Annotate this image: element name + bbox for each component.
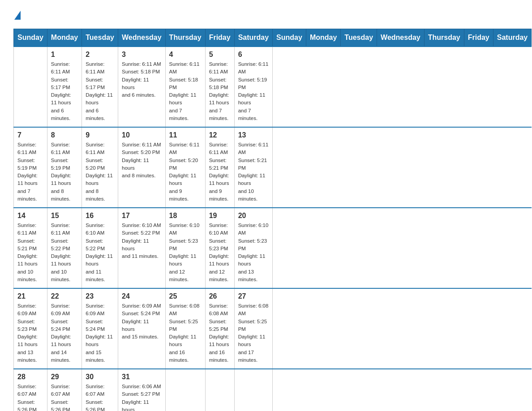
header-thursday: Thursday — [165, 29, 205, 47]
calendar-day-cell: 25Sunrise: 6:08 AM Sunset: 5:25 PM Dayli… — [165, 288, 205, 369]
day-number: 27 — [238, 292, 269, 300]
calendar-day-cell: 18Sunrise: 6:10 AM Sunset: 5:23 PM Dayli… — [165, 208, 205, 288]
day-number: 2 — [86, 51, 114, 59]
day-info: Sunrise: 6:11 AM Sunset: 5:17 PM Dayligh… — [86, 60, 114, 122]
calendar-day-cell: 31Sunrise: 6:06 AM Sunset: 5:27 PM Dayli… — [118, 369, 165, 411]
calendar-day-cell: 5Sunrise: 6:11 AM Sunset: 5:18 PM Daylig… — [205, 47, 234, 127]
day-info: Sunrise: 6:11 AM Sunset: 5:17 PM Dayligh… — [51, 60, 78, 122]
day-number: 7 — [17, 131, 43, 139]
col-header-friday: Friday — [464, 29, 493, 47]
day-info: Sunrise: 6:11 AM Sunset: 5:18 PM Dayligh… — [209, 60, 231, 122]
calendar-day-cell — [14, 47, 47, 127]
calendar-day-cell: 30Sunrise: 6:07 AM Sunset: 5:26 PM Dayli… — [82, 369, 118, 411]
day-info: Sunrise: 6:11 AM Sunset: 5:20 PM Dayligh… — [122, 141, 162, 180]
calendar-day-cell: 7Sunrise: 6:11 AM Sunset: 5:19 PM Daylig… — [14, 127, 47, 208]
day-info: Sunrise: 6:11 AM Sunset: 5:19 PM Dayligh… — [238, 60, 269, 122]
calendar-day-cell: 24Sunrise: 6:09 AM Sunset: 5:24 PM Dayli… — [118, 288, 165, 369]
calendar-week-row: 1Sunrise: 6:11 AM Sunset: 5:17 PM Daylig… — [14, 47, 532, 127]
day-info: Sunrise: 6:11 AM Sunset: 5:18 PM Dayligh… — [169, 60, 202, 122]
day-info: Sunrise: 6:08 AM Sunset: 5:25 PM Dayligh… — [238, 302, 269, 364]
calendar-day-cell — [165, 369, 205, 411]
day-info: Sunrise: 6:09 AM Sunset: 5:24 PM Dayligh… — [122, 302, 162, 341]
day-info: Sunrise: 6:10 AM Sunset: 5:23 PM Dayligh… — [169, 222, 202, 283]
day-number: 22 — [51, 292, 78, 300]
calendar-day-cell: 19Sunrise: 6:10 AM Sunset: 5:23 PM Dayli… — [205, 208, 234, 288]
calendar-day-cell: 2Sunrise: 6:11 AM Sunset: 5:17 PM Daylig… — [82, 47, 118, 127]
day-number: 25 — [169, 292, 202, 300]
calendar-day-cell — [205, 369, 234, 411]
calendar-day-cell: 10Sunrise: 6:11 AM Sunset: 5:20 PM Dayli… — [118, 127, 165, 208]
day-info: Sunrise: 6:08 AM Sunset: 5:25 PM Dayligh… — [169, 302, 202, 364]
day-number: 1 — [51, 51, 78, 59]
day-info: Sunrise: 6:10 AM Sunset: 5:22 PM Dayligh… — [86, 222, 114, 283]
header-monday: Monday — [47, 29, 82, 47]
calendar-day-cell — [234, 369, 272, 411]
day-number: 21 — [17, 292, 43, 300]
day-info: Sunrise: 6:10 AM Sunset: 5:23 PM Dayligh… — [238, 222, 269, 283]
day-info: Sunrise: 6:10 AM Sunset: 5:22 PM Dayligh… — [122, 222, 162, 260]
day-number: 30 — [86, 373, 114, 381]
day-info: Sunrise: 6:11 AM Sunset: 5:18 PM Dayligh… — [122, 60, 162, 99]
col-header-saturday: Saturday — [493, 29, 531, 47]
col-header-monday: Monday — [306, 29, 340, 47]
calendar-day-cell: 27Sunrise: 6:08 AM Sunset: 5:25 PM Dayli… — [234, 288, 272, 369]
day-number: 15 — [51, 212, 78, 220]
day-info: Sunrise: 6:10 AM Sunset: 5:23 PM Dayligh… — [209, 222, 231, 283]
header-sunday: Sunday — [14, 29, 47, 47]
calendar-day-cell: 21Sunrise: 6:09 AM Sunset: 5:23 PM Dayli… — [14, 288, 47, 369]
calendar-week-row: 7Sunrise: 6:11 AM Sunset: 5:19 PM Daylig… — [14, 127, 532, 208]
calendar-day-cell: 3Sunrise: 6:11 AM Sunset: 5:18 PM Daylig… — [118, 47, 165, 127]
day-number: 16 — [86, 212, 114, 220]
day-number: 11 — [169, 131, 202, 139]
calendar-day-cell: 15Sunrise: 6:11 AM Sunset: 5:22 PM Dayli… — [47, 208, 82, 288]
day-number: 26 — [209, 292, 231, 300]
day-number: 4 — [169, 51, 202, 59]
day-number: 12 — [209, 131, 231, 139]
calendar-day-cell: 14Sunrise: 6:11 AM Sunset: 5:21 PM Dayli… — [14, 208, 47, 288]
day-info: Sunrise: 6:07 AM Sunset: 5:26 PM Dayligh… — [51, 383, 78, 411]
day-info: Sunrise: 6:08 AM Sunset: 5:25 PM Dayligh… — [209, 302, 231, 364]
day-number: 13 — [238, 131, 269, 139]
day-info: Sunrise: 6:09 AM Sunset: 5:24 PM Dayligh… — [86, 302, 114, 364]
header-tuesday: Tuesday — [82, 29, 118, 47]
calendar-day-cell: 1Sunrise: 6:11 AM Sunset: 5:17 PM Daylig… — [47, 47, 82, 127]
day-number: 3 — [122, 51, 162, 59]
calendar-day-cell: 16Sunrise: 6:10 AM Sunset: 5:22 PM Dayli… — [82, 208, 118, 288]
calendar-day-cell: 17Sunrise: 6:10 AM Sunset: 5:22 PM Dayli… — [118, 208, 165, 288]
calendar-day-cell: 12Sunrise: 6:11 AM Sunset: 5:21 PM Dayli… — [205, 127, 234, 208]
day-info: Sunrise: 6:11 AM Sunset: 5:22 PM Dayligh… — [51, 222, 78, 283]
calendar-day-cell: 23Sunrise: 6:09 AM Sunset: 5:24 PM Dayli… — [82, 288, 118, 369]
day-info: Sunrise: 6:09 AM Sunset: 5:24 PM Dayligh… — [51, 302, 78, 364]
day-number: 31 — [122, 373, 162, 381]
day-number: 9 — [86, 131, 114, 139]
calendar-table: SundayMondayTuesdayWednesdayThursdayFrid… — [13, 29, 532, 411]
day-number: 24 — [122, 292, 162, 300]
day-number: 5 — [209, 51, 231, 59]
page-header — [13, 9, 519, 20]
day-info: Sunrise: 6:11 AM Sunset: 5:19 PM Dayligh… — [51, 141, 78, 203]
day-info: Sunrise: 6:09 AM Sunset: 5:23 PM Dayligh… — [17, 302, 43, 364]
calendar-week-row: 14Sunrise: 6:11 AM Sunset: 5:21 PM Dayli… — [14, 208, 532, 288]
header-friday: Friday — [205, 29, 234, 47]
day-number: 8 — [51, 131, 78, 139]
day-number: 17 — [122, 212, 162, 220]
calendar-week-row: 21Sunrise: 6:09 AM Sunset: 5:23 PM Dayli… — [14, 288, 532, 369]
day-number: 28 — [17, 373, 43, 381]
day-number: 20 — [238, 212, 269, 220]
day-info: Sunrise: 6:07 AM Sunset: 5:26 PM Dayligh… — [86, 383, 114, 411]
day-number: 10 — [122, 131, 162, 139]
calendar-day-cell: 29Sunrise: 6:07 AM Sunset: 5:26 PM Dayli… — [47, 369, 82, 411]
day-number: 6 — [238, 51, 269, 59]
header-saturday: Saturday — [234, 29, 272, 47]
day-info: Sunrise: 6:11 AM Sunset: 5:19 PM Dayligh… — [17, 141, 43, 203]
calendar-week-row: 28Sunrise: 6:07 AM Sunset: 5:26 PM Dayli… — [14, 369, 532, 411]
day-number: 18 — [169, 212, 202, 220]
calendar-day-cell: 22Sunrise: 6:09 AM Sunset: 5:24 PM Dayli… — [47, 288, 82, 369]
day-info: Sunrise: 6:11 AM Sunset: 5:20 PM Dayligh… — [86, 141, 114, 203]
logo-triangle-icon — [14, 11, 21, 20]
calendar-header-row: SundayMondayTuesdayWednesdayThursdayFrid… — [14, 29, 532, 47]
calendar-day-cell: 28Sunrise: 6:07 AM Sunset: 5:26 PM Dayli… — [14, 369, 47, 411]
calendar-day-cell: 4Sunrise: 6:11 AM Sunset: 5:18 PM Daylig… — [165, 47, 205, 127]
calendar-day-cell: 26Sunrise: 6:08 AM Sunset: 5:25 PM Dayli… — [205, 288, 234, 369]
header-wednesday: Wednesday — [118, 29, 165, 47]
